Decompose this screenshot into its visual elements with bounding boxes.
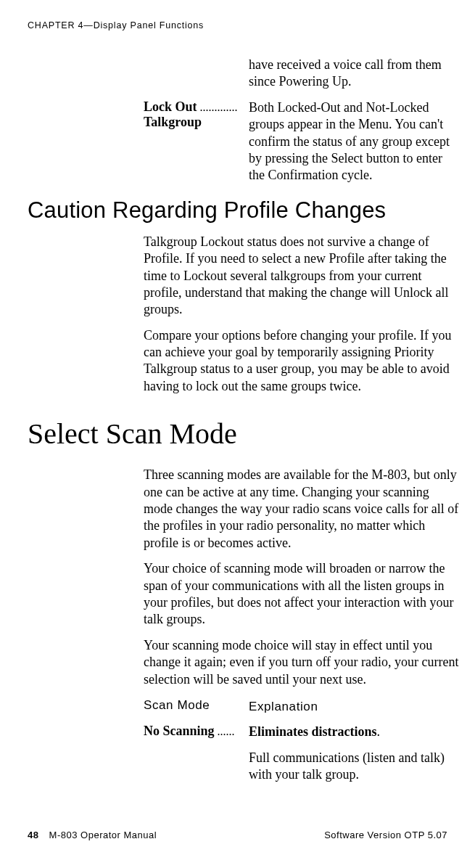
scan-col-head-right: Explanation [249, 700, 318, 713]
scan-paragraph-1: Three scanning modes are available for t… [144, 467, 460, 552]
caution-paragraph-1: Talkgroup Lockout status does not surviv… [144, 234, 460, 319]
page-number: 48 [28, 830, 38, 840]
lockout-label-line1: Lock Out [144, 99, 197, 114]
caution-p1-row: Talkgroup Lockout status does not surviv… [28, 234, 460, 396]
no-scanning-row: No Scanning ...... Eliminates distractio… [28, 724, 460, 783]
no-scanning-dots: ...... [215, 725, 235, 737]
lockout-label-line2: Talkgroup [144, 115, 202, 129]
scan-paragraph-3: Your scanning mode choice will stay in e… [144, 637, 460, 688]
lockout-row: Lock Out ............. Talkgroup Both Lo… [28, 99, 460, 184]
prev-page-continuation-row: have received a voice call from them sin… [28, 57, 460, 91]
caution-heading: Caution Regarding Profile Changes [28, 197, 460, 224]
select-scan-heading: Select Scan Mode [28, 417, 460, 451]
footer-manual-title: M-803 Operator Manual [49, 830, 157, 840]
page-body: have received a voice call from them sin… [28, 57, 460, 784]
lockout-label-dots: ............. [197, 101, 238, 113]
no-scanning-value-line1: Eliminates distractions. [249, 724, 460, 740]
scan-table-header-row: Scan Mode Explanation [28, 698, 460, 715]
no-scanning-value-line2: Full communications (listen and talk) wi… [249, 750, 460, 784]
chapter-running-head: CHAPTER 4—Display Panel Functions [28, 20, 204, 30]
lockout-description: Both Locked-Out and Not-Locked groups ap… [249, 99, 460, 184]
no-scanning-label: No Scanning [144, 724, 215, 738]
footer-right: Software Version OTP 5.07 [324, 830, 447, 840]
page-footer: 48 M-803 Operator Manual Software Versio… [28, 830, 447, 840]
no-scanning-value-period: . [377, 724, 381, 739]
scan-col-head-left: Scan Mode [144, 698, 210, 712]
scan-paragraph-2: Your choice of scanning mode will broade… [144, 560, 460, 629]
empty-label [28, 57, 249, 91]
prev-page-continuation-text: have received a voice call from them sin… [249, 57, 460, 91]
scan-intro-row: Three scanning modes are available for t… [28, 467, 460, 688]
no-scanning-value-bold: Eliminates distractions [249, 724, 377, 739]
footer-left: 48 M-803 Operator Manual [28, 830, 157, 840]
caution-paragraph-2: Compare your options before changing you… [144, 327, 460, 396]
